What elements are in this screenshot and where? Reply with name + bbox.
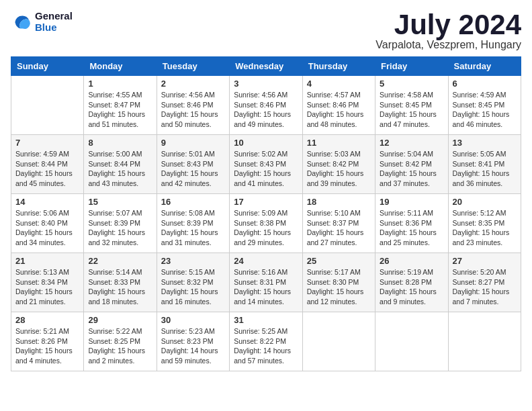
day-info: Sunrise: 5:10 AMSunset: 8:37 PMDaylight:… [307,208,371,248]
day-info: Sunrise: 4:58 AMSunset: 8:45 PMDaylight:… [380,90,443,130]
day-info: Sunrise: 5:06 AMSunset: 8:40 PMDaylight:… [15,208,79,248]
day-info: Sunrise: 4:55 AMSunset: 8:47 PMDaylight:… [88,90,152,130]
logo: General Blue [11,11,73,33]
calendar-cell: 22Sunrise: 5:14 AMSunset: 8:33 PMDayligh… [84,253,157,312]
subtitle: Varpalota, Veszprem, Hungary [375,39,521,51]
calendar-cell: 31Sunrise: 5:25 AMSunset: 8:22 PMDayligh… [230,312,302,371]
day-number: 1 [88,79,152,89]
day-number: 17 [234,197,298,207]
calendar-cell: 9Sunrise: 5:01 AMSunset: 8:43 PMDaylight… [157,135,229,194]
day-number: 14 [15,197,79,207]
day-number: 22 [88,256,152,266]
calendar-cell: 15Sunrise: 5:07 AMSunset: 8:39 PMDayligh… [84,194,157,253]
calendar-cell: 11Sunrise: 5:03 AMSunset: 8:42 PMDayligh… [302,135,375,194]
day-info: Sunrise: 5:01 AMSunset: 8:43 PMDaylight:… [161,149,225,189]
day-info: Sunrise: 5:19 AMSunset: 8:28 PMDaylight:… [380,267,443,307]
day-info: Sunrise: 5:12 AMSunset: 8:35 PMDaylight:… [453,208,517,248]
logo-text: General Blue [35,11,73,33]
logo-icon [11,11,32,33]
day-number: 6 [453,79,517,89]
day-number: 13 [453,138,517,148]
day-number: 30 [161,315,225,325]
calendar-cell: 13Sunrise: 5:05 AMSunset: 8:41 PMDayligh… [448,135,521,194]
day-info: Sunrise: 5:05 AMSunset: 8:41 PMDaylight:… [453,149,517,189]
calendar-cell: 29Sunrise: 5:22 AMSunset: 8:25 PMDayligh… [84,312,157,371]
calendar-cell: 23Sunrise: 5:15 AMSunset: 8:32 PMDayligh… [157,253,229,312]
calendar-cell: 1Sunrise: 4:55 AMSunset: 8:47 PMDaylight… [84,76,157,135]
day-number: 9 [161,138,225,148]
calendar-cell: 28Sunrise: 5:21 AMSunset: 8:26 PMDayligh… [11,312,84,371]
day-number: 3 [234,79,298,89]
weekday-header-row: SundayMondayTuesdayWednesdayThursdayFrid… [11,57,521,76]
day-number: 12 [380,138,443,148]
day-number: 23 [161,256,225,266]
calendar-cell: 12Sunrise: 5:04 AMSunset: 8:42 PMDayligh… [375,135,448,194]
day-info: Sunrise: 5:02 AMSunset: 8:43 PMDaylight:… [234,149,298,189]
day-info: Sunrise: 5:14 AMSunset: 8:33 PMDaylight:… [88,267,152,307]
week-row-5: 28Sunrise: 5:21 AMSunset: 8:26 PMDayligh… [11,312,521,371]
day-number: 25 [307,256,371,266]
calendar-cell: 5Sunrise: 4:58 AMSunset: 8:45 PMDaylight… [375,76,448,135]
day-info: Sunrise: 5:23 AMSunset: 8:23 PMDaylight:… [161,326,225,366]
day-number: 10 [234,138,298,148]
day-info: Sunrise: 5:22 AMSunset: 8:25 PMDaylight:… [88,326,152,366]
calendar-cell: 26Sunrise: 5:19 AMSunset: 8:28 PMDayligh… [375,253,448,312]
calendar-cell: 16Sunrise: 5:08 AMSunset: 8:39 PMDayligh… [157,194,229,253]
weekday-header-tuesday: Tuesday [157,57,229,76]
calendar-cell [375,312,448,371]
day-info: Sunrise: 5:16 AMSunset: 8:31 PMDaylight:… [234,267,298,307]
week-row-4: 21Sunrise: 5:13 AMSunset: 8:34 PMDayligh… [11,253,521,312]
calendar-cell: 27Sunrise: 5:20 AMSunset: 8:27 PMDayligh… [448,253,521,312]
day-number: 4 [307,79,371,89]
weekday-header-wednesday: Wednesday [230,57,302,76]
calendar-cell [11,76,84,135]
day-number: 21 [15,256,79,266]
calendar-cell: 4Sunrise: 4:57 AMSunset: 8:46 PMDaylight… [302,76,375,135]
weekday-header-monday: Monday [84,57,157,76]
calendar-cell: 20Sunrise: 5:12 AMSunset: 8:35 PMDayligh… [448,194,521,253]
week-row-2: 7Sunrise: 4:59 AMSunset: 8:44 PMDaylight… [11,135,521,194]
day-number: 29 [88,315,152,325]
month-title: July 2024 [375,11,521,39]
calendar-cell [448,312,521,371]
calendar-cell: 25Sunrise: 5:17 AMSunset: 8:30 PMDayligh… [302,253,375,312]
day-info: Sunrise: 5:00 AMSunset: 8:44 PMDaylight:… [88,149,152,189]
day-number: 19 [380,197,443,207]
day-number: 24 [234,256,298,266]
calendar-cell: 3Sunrise: 4:56 AMSunset: 8:46 PMDaylight… [230,76,302,135]
day-info: Sunrise: 5:04 AMSunset: 8:42 PMDaylight:… [380,149,443,189]
calendar-cell: 17Sunrise: 5:09 AMSunset: 8:38 PMDayligh… [230,194,302,253]
day-info: Sunrise: 5:15 AMSunset: 8:32 PMDaylight:… [161,267,225,307]
day-number: 18 [307,197,371,207]
calendar-cell: 18Sunrise: 5:10 AMSunset: 8:37 PMDayligh… [302,194,375,253]
day-info: Sunrise: 5:20 AMSunset: 8:27 PMDaylight:… [453,267,517,307]
weekday-header-thursday: Thursday [302,57,375,76]
day-info: Sunrise: 5:25 AMSunset: 8:22 PMDaylight:… [234,326,298,366]
day-info: Sunrise: 5:13 AMSunset: 8:34 PMDaylight:… [15,267,79,307]
calendar-cell: 2Sunrise: 4:56 AMSunset: 8:46 PMDaylight… [157,76,229,135]
day-info: Sunrise: 5:21 AMSunset: 8:26 PMDaylight:… [15,326,79,366]
day-number: 16 [161,197,225,207]
day-number: 8 [88,138,152,148]
page-header: General Blue July 2024 Varpalota, Veszpr… [11,11,521,51]
day-info: Sunrise: 4:56 AMSunset: 8:46 PMDaylight:… [161,90,225,130]
weekday-header-friday: Friday [375,57,448,76]
day-info: Sunrise: 5:11 AMSunset: 8:36 PMDaylight:… [380,208,443,248]
day-info: Sunrise: 5:03 AMSunset: 8:42 PMDaylight:… [307,149,371,189]
day-number: 15 [88,197,152,207]
day-number: 11 [307,138,371,148]
calendar-table: SundayMondayTuesdayWednesdayThursdayFrid… [11,56,521,371]
day-number: 7 [15,138,79,148]
day-info: Sunrise: 5:09 AMSunset: 8:38 PMDaylight:… [234,208,298,248]
day-number: 2 [161,79,225,89]
day-info: Sunrise: 5:17 AMSunset: 8:30 PMDaylight:… [307,267,371,307]
calendar-cell: 14Sunrise: 5:06 AMSunset: 8:40 PMDayligh… [11,194,84,253]
day-number: 26 [380,256,443,266]
day-number: 28 [15,315,79,325]
day-info: Sunrise: 4:57 AMSunset: 8:46 PMDaylight:… [307,90,371,130]
calendar-cell: 8Sunrise: 5:00 AMSunset: 8:44 PMDaylight… [84,135,157,194]
calendar-cell [302,312,375,371]
calendar-cell: 24Sunrise: 5:16 AMSunset: 8:31 PMDayligh… [230,253,302,312]
weekday-header-saturday: Saturday [448,57,521,76]
calendar-cell: 7Sunrise: 4:59 AMSunset: 8:44 PMDaylight… [11,135,84,194]
